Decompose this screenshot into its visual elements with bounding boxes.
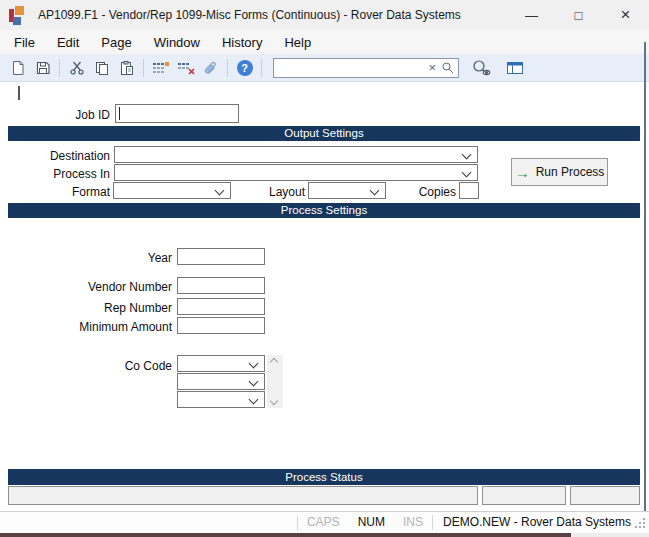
window-title: AP1099.F1 - Vendor/Rep 1099-Misc Forms (…: [38, 8, 461, 22]
chevron-down-icon: [249, 359, 259, 369]
destination-label: Destination: [0, 149, 110, 163]
paperclip-icon: [203, 60, 219, 76]
vendor-number-label: Vendor Number: [0, 280, 172, 294]
rep-number-label: Rep Number: [0, 301, 172, 315]
process-status-field-3: [570, 486, 640, 505]
copies-label: Copies: [350, 185, 456, 199]
process-status-field-1: [8, 486, 478, 505]
job-id-label: Job ID: [0, 108, 110, 122]
app-window: AP1099.F1 - Vendor/Rep 1099-Misc Forms (…: [0, 0, 649, 533]
help-button[interactable]: ?: [232, 56, 257, 79]
chevron-down-icon: [462, 168, 472, 178]
co-code-scrollbar[interactable]: [267, 355, 283, 408]
help-icon: ?: [237, 60, 253, 76]
process-status-field-2: [482, 486, 566, 505]
search-preview-button[interactable]: [467, 56, 495, 79]
menu-window[interactable]: Window: [143, 32, 211, 53]
co-code-dropdown-1[interactable]: [177, 355, 265, 372]
clear-search-icon[interactable]: ×: [423, 61, 441, 74]
job-id-input[interactable]: [115, 104, 239, 123]
maximize-button[interactable]: □: [555, 0, 602, 30]
logo-orange-block: [15, 6, 24, 15]
run-process-label: Run Process: [536, 165, 605, 179]
chevron-down-icon: [249, 377, 259, 387]
title-bar: AP1099.F1 - Vendor/Rep 1099-Misc Forms (…: [0, 0, 649, 30]
toolbar: ? ×: [0, 54, 649, 82]
close-button[interactable]: ×: [602, 0, 649, 30]
paste-clipboard-icon: [119, 60, 135, 76]
scroll-up-icon[interactable]: [270, 358, 278, 366]
magnifier-eye-icon: [471, 59, 492, 77]
year-label: Year: [0, 251, 172, 265]
menu-help[interactable]: Help: [273, 32, 322, 53]
menu-history[interactable]: History: [211, 32, 273, 53]
paste-button[interactable]: [114, 56, 139, 79]
menu-edit[interactable]: Edit: [46, 32, 90, 53]
window-right-border: [644, 42, 646, 511]
format-label: Format: [0, 185, 110, 199]
menu-bar: File Edit Page Window History Help: [0, 30, 649, 54]
process-status-header: Process Status: [8, 469, 640, 485]
scroll-down-icon[interactable]: [270, 397, 278, 405]
copy-button[interactable]: [89, 56, 114, 79]
logo-blue-block: [13, 17, 21, 25]
num-indicator: NUM: [349, 515, 394, 529]
co-code-dropdown-3[interactable]: [177, 391, 265, 408]
ins-indicator: INS: [394, 515, 432, 529]
menu-file[interactable]: File: [3, 32, 46, 53]
search-icon[interactable]: [441, 61, 454, 74]
toolbar-search-box: ×: [273, 58, 459, 78]
cut-scissors-icon: [69, 60, 85, 76]
save-icon: [35, 60, 51, 76]
minimum-amount-label: Minimum Amount: [0, 320, 172, 334]
process-in-label: Process In: [0, 167, 110, 181]
toolbar-separator: [261, 59, 262, 77]
window-bottom-edge: [0, 533, 571, 537]
delete-rows-icon: [177, 60, 195, 76]
layout-label: Layout: [200, 185, 305, 199]
app-logo-icon: [9, 6, 29, 25]
co-code-label: Co Code: [0, 359, 172, 373]
rep-number-input[interactable]: [177, 298, 265, 315]
job-id-caret: [119, 107, 120, 120]
toolbar-separator: [59, 59, 60, 77]
caps-indicator: CAPS: [298, 515, 349, 529]
toolbar-separator: [143, 59, 144, 77]
vendor-number-input[interactable]: [177, 277, 265, 294]
process-in-dropdown[interactable]: [114, 164, 478, 181]
save-button[interactable]: [30, 56, 55, 79]
window-controls: — □ ×: [508, 0, 649, 30]
chevron-down-icon: [462, 150, 472, 160]
session-label: DEMO.NEW - Rover Data Systems: [433, 515, 641, 529]
status-bar: CAPS NUM INS DEMO.NEW - Rover Data Syste…: [0, 511, 649, 532]
window-layout-button[interactable]: [501, 56, 529, 79]
copies-input[interactable]: [459, 182, 479, 199]
search-input[interactable]: [278, 60, 423, 76]
toolbar-separator: [227, 59, 228, 77]
text-cursor: [18, 86, 20, 100]
run-arrow-icon: →: [515, 165, 530, 180]
year-input[interactable]: [177, 248, 265, 265]
resize-grip[interactable]: [643, 518, 645, 520]
attachment-button[interactable]: [198, 56, 223, 79]
destination-dropdown[interactable]: [114, 146, 478, 163]
minimize-button[interactable]: —: [508, 0, 555, 30]
window-layout-icon: [506, 60, 524, 76]
minimum-amount-input[interactable]: [177, 317, 265, 334]
new-document-icon: [10, 60, 26, 76]
chevron-down-icon: [249, 395, 259, 405]
insert-rows-icon: [152, 60, 170, 76]
co-code-dropdown-2[interactable]: [177, 373, 265, 390]
output-settings-header: Output Settings: [8, 126, 640, 141]
menu-page[interactable]: Page: [90, 32, 142, 53]
cut-button[interactable]: [64, 56, 89, 79]
process-settings-header: Process Settings: [8, 203, 640, 218]
insert-rows-button[interactable]: [148, 56, 173, 79]
new-document-button[interactable]: [5, 56, 30, 79]
copy-icon: [94, 60, 110, 76]
run-process-button[interactable]: → Run Process: [511, 158, 608, 186]
delete-rows-button[interactable]: [173, 56, 198, 79]
